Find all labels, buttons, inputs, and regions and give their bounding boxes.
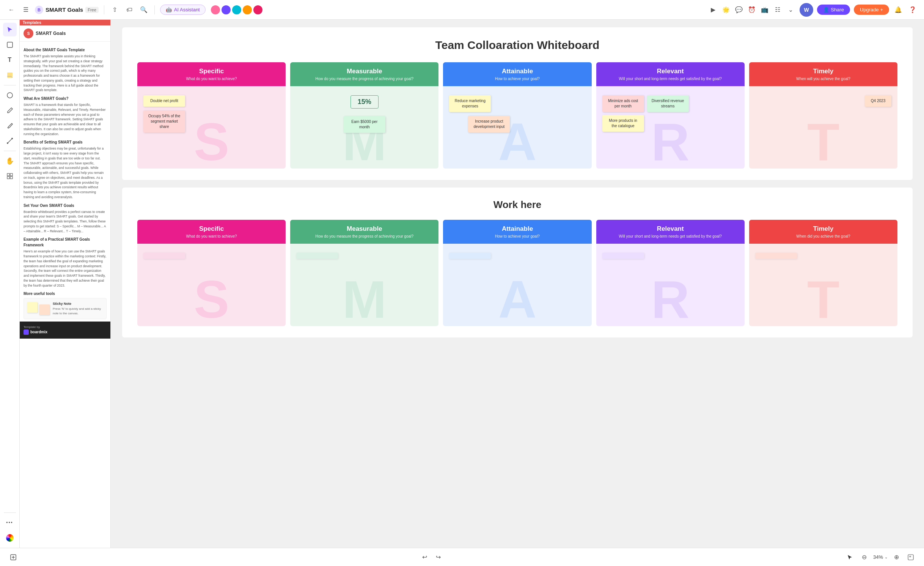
redo-button[interactable]: ↪ bbox=[433, 552, 444, 563]
measurable-note-1[interactable]: Earn $5000 per month bbox=[344, 116, 385, 133]
work-relevant-body[interactable]: R bbox=[596, 244, 745, 326]
about-title: About the SMART Goals Template bbox=[24, 47, 107, 53]
measurable-header: Measurable How do you measure the progre… bbox=[290, 62, 438, 86]
work-measurable-title: Measurable bbox=[294, 225, 435, 233]
work-relevant-watermark: R bbox=[651, 273, 690, 326]
pencil-icon bbox=[6, 122, 13, 129]
toolbar-icon-6[interactable]: ☷ bbox=[772, 5, 783, 15]
back-button[interactable]: ← bbox=[6, 5, 17, 15]
main-layout: T ✋ bbox=[0, 20, 924, 548]
work-measurable-note-empty bbox=[296, 253, 338, 259]
work-specific-header: Specific What do you want to achieve? bbox=[137, 220, 286, 244]
sidebar-grid[interactable] bbox=[3, 169, 17, 183]
sidebar-pencil[interactable] bbox=[3, 119, 17, 132]
sidebar-connector[interactable] bbox=[3, 134, 17, 148]
hand-icon: ✋ bbox=[6, 157, 14, 165]
tags-button[interactable]: 🏷 bbox=[124, 5, 135, 15]
svg-rect-18 bbox=[909, 556, 911, 557]
relevant-title: Relevant bbox=[600, 68, 741, 75]
work-timely-body[interactable]: T bbox=[749, 244, 897, 326]
boardmix-logo-icon bbox=[24, 330, 29, 335]
timely-note-1[interactable]: Q4 2023 bbox=[865, 95, 891, 107]
more-icon: ••• bbox=[6, 520, 13, 525]
specific-notes: Double net profit Occupy 54% of the segm… bbox=[142, 92, 281, 136]
sticky-preview-2 bbox=[39, 304, 50, 315]
toolbar-icon-4[interactable]: ⏰ bbox=[746, 5, 757, 15]
sidebar-sticky[interactable] bbox=[3, 68, 17, 82]
svg-line-7 bbox=[8, 139, 12, 143]
top-toolbar: ← ☰ B SMART Goals Free ⇧ 🏷 🔍 🤖 AI Assist… bbox=[0, 0, 924, 20]
measurable-percent: 15% bbox=[350, 95, 379, 109]
measurable-title: Measurable bbox=[294, 68, 435, 75]
work-attainable-note-empty bbox=[449, 253, 491, 259]
attainable-note-1[interactable]: Reduce marketing expenses bbox=[449, 95, 491, 112]
work-col-attainable: Attainable How to achieve your goal? A bbox=[443, 220, 591, 326]
work-measurable-body[interactable]: M bbox=[290, 244, 438, 326]
add-page-button[interactable] bbox=[8, 552, 19, 563]
smart-col-attainable: Attainable How to achieve your goal? A R… bbox=[443, 62, 591, 169]
toolbar-icon-1[interactable]: ▶ bbox=[708, 5, 718, 15]
toolbar-divider-2 bbox=[154, 5, 155, 14]
sidebar-shapes[interactable] bbox=[3, 38, 17, 52]
undo-button[interactable]: ↩ bbox=[419, 552, 431, 563]
sidebar-more[interactable]: ••• bbox=[3, 516, 17, 530]
work-attainable-notes bbox=[448, 250, 587, 262]
export-button[interactable]: ⇧ bbox=[110, 5, 120, 15]
sidebar-hand[interactable]: ✋ bbox=[3, 154, 17, 168]
share-icon: 👤 bbox=[823, 7, 829, 13]
work-attainable-body[interactable]: A bbox=[443, 244, 591, 326]
sidebar-cursor[interactable] bbox=[3, 23, 17, 36]
user-avatar[interactable]: W bbox=[800, 3, 813, 17]
smart-goals-dot: S bbox=[24, 28, 33, 38]
smart-columns: Specific What do you want to achieve? S … bbox=[137, 62, 897, 169]
svg-point-8 bbox=[7, 142, 8, 144]
sticky-note-tool[interactable]: Sticky Note Press 'N' to quickly and add… bbox=[24, 298, 107, 319]
work-specific-note-empty bbox=[143, 253, 185, 259]
menu-button[interactable]: ☰ bbox=[20, 5, 31, 15]
sidebar-text[interactable]: T bbox=[3, 53, 17, 67]
ai-assistant-button[interactable]: 🤖 AI Assistant bbox=[160, 5, 206, 15]
about-text: The SMART goals template assists you in … bbox=[24, 54, 107, 93]
toolbar-icon-3[interactable]: 💬 bbox=[734, 5, 744, 15]
zoom-in-button[interactable]: ⊕ bbox=[891, 552, 902, 563]
grid-icon bbox=[6, 173, 13, 180]
sidebar-pen[interactable] bbox=[3, 104, 17, 117]
upgrade-button[interactable]: Upgrade + bbox=[854, 5, 889, 15]
share-button[interactable]: 👤 Share bbox=[817, 5, 850, 15]
toolbar-icon-5[interactable]: 📺 bbox=[759, 5, 770, 15]
template-label: Templates bbox=[20, 20, 110, 25]
whiteboard-section: Team Colloaration Whiteboard Specific Wh… bbox=[122, 27, 913, 180]
work-col-measurable: Measurable How do you measure the progre… bbox=[290, 220, 438, 326]
relevant-note-2[interactable]: Diversified revenue streams bbox=[647, 95, 689, 112]
boardmix-brand: boardmix bbox=[24, 330, 107, 335]
sidebar-colors[interactable] bbox=[3, 531, 17, 545]
sidebar: T ✋ bbox=[0, 20, 20, 548]
shape-tool-icon bbox=[6, 92, 13, 99]
work-attainable-title: Attainable bbox=[447, 225, 588, 233]
cursor-tool-button[interactable] bbox=[844, 552, 856, 563]
relevant-note-1[interactable]: Minimize ads cost per month bbox=[602, 95, 644, 112]
specific-subtitle: What do you want to achieve? bbox=[141, 77, 282, 81]
zoom-level-display[interactable]: 34% ⌄ bbox=[873, 554, 888, 560]
canvas-area[interactable]: Team Colloaration Whiteboard Specific Wh… bbox=[111, 20, 924, 548]
canvas-scroll[interactable]: Team Colloaration Whiteboard Specific Wh… bbox=[111, 20, 924, 548]
search-button[interactable]: 🔍 bbox=[138, 5, 149, 15]
attainable-note-2[interactable]: Increase product development input bbox=[468, 116, 510, 132]
shapes-icon bbox=[6, 41, 13, 48]
panel-footer: Template by boardmix bbox=[20, 322, 110, 339]
help-button[interactable]: ❓ bbox=[907, 5, 918, 15]
what-text: SMART is a framework that stands for Spe… bbox=[24, 102, 107, 136]
zoom-out-button[interactable]: ⊖ bbox=[859, 552, 870, 563]
specific-body: S Double net profit Occupy 54% of the se… bbox=[137, 86, 286, 169]
notifications-button[interactable]: 🔔 bbox=[893, 5, 904, 15]
sidebar-shape-tool[interactable] bbox=[3, 88, 17, 102]
toolbar-icon-7[interactable]: ⌄ bbox=[785, 5, 796, 15]
relevant-note-3[interactable]: More products in the catalogue bbox=[602, 115, 644, 132]
measurable-subtitle: How do you measure the progress of achie… bbox=[294, 77, 435, 81]
toolbar-icon-2[interactable]: 🌟 bbox=[721, 5, 731, 15]
minimap-button[interactable] bbox=[905, 552, 916, 563]
specific-note-2[interactable]: Occupy 54% of the segment market share bbox=[143, 110, 185, 132]
sticky-note-preview bbox=[27, 302, 50, 315]
specific-note-1[interactable]: Double net profit bbox=[143, 95, 185, 107]
work-specific-body[interactable]: S bbox=[137, 244, 286, 326]
